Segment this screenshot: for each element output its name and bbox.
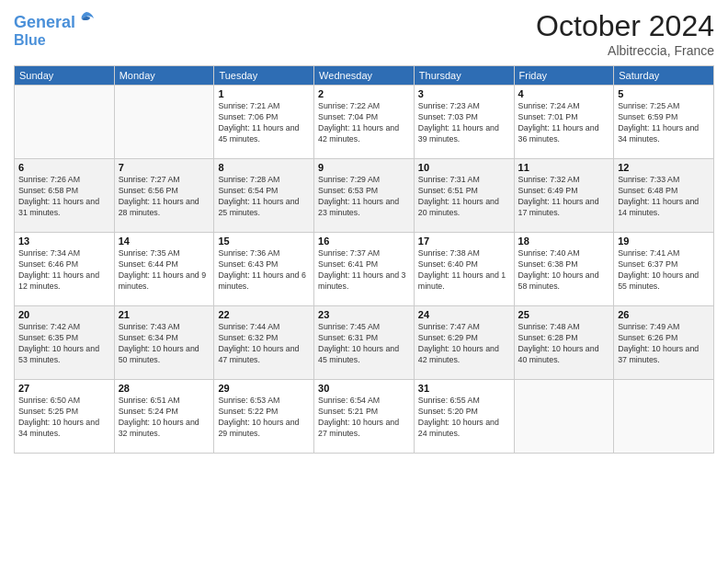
calendar-cell-w2-d1: 7Sunrise: 7:27 AMSunset: 6:56 PMDaylight… (114, 159, 214, 233)
day-number: 15 (218, 236, 310, 247)
week-row-3: 13Sunrise: 7:34 AMSunset: 6:46 PMDayligh… (15, 233, 714, 306)
day-number: 13 (18, 236, 110, 247)
day-info: Sunrise: 7:49 AMSunset: 6:26 PMDaylight:… (618, 322, 710, 366)
calendar-cell-w4-d0: 20Sunrise: 7:42 AMSunset: 6:35 PMDayligh… (15, 306, 115, 380)
calendar-cell-w4-d4: 24Sunrise: 7:47 AMSunset: 6:29 PMDayligh… (414, 306, 514, 380)
day-info: Sunrise: 7:26 AMSunset: 6:58 PMDaylight:… (18, 175, 110, 219)
day-info: Sunrise: 6:50 AMSunset: 5:25 PMDaylight:… (18, 396, 110, 440)
day-number: 17 (418, 236, 510, 247)
page: General Blue October 2024 Albitreccia, F… (0, 0, 728, 563)
calendar-cell-w2-d5: 11Sunrise: 7:32 AMSunset: 6:49 PMDayligh… (514, 159, 614, 233)
day-number: 3 (418, 88, 510, 99)
calendar-cell-w1-d0 (15, 86, 115, 159)
week-row-4: 20Sunrise: 7:42 AMSunset: 6:35 PMDayligh… (15, 306, 714, 380)
day-number: 21 (119, 309, 210, 320)
calendar-cell-w5-d5 (514, 380, 614, 454)
day-number: 4 (518, 88, 610, 99)
day-number: 31 (418, 383, 510, 394)
day-number: 12 (618, 162, 710, 173)
day-number: 1 (218, 88, 310, 99)
day-info: Sunrise: 7:21 AMSunset: 7:06 PMDaylight:… (218, 101, 310, 145)
day-info: Sunrise: 6:54 AMSunset: 5:21 PMDaylight:… (318, 396, 410, 440)
logo-bird-icon (77, 9, 96, 28)
day-info: Sunrise: 7:35 AMSunset: 6:44 PMDaylight:… (119, 248, 210, 293)
day-info: Sunrise: 7:36 AMSunset: 6:43 PMDaylight:… (218, 248, 310, 293)
day-info: Sunrise: 7:38 AMSunset: 6:40 PMDaylight:… (418, 248, 510, 293)
day-number: 25 (518, 309, 610, 320)
day-info: Sunrise: 7:43 AMSunset: 6:34 PMDaylight:… (119, 322, 210, 366)
weekday-header-monday: Monday (114, 66, 214, 86)
calendar-cell-w4-d6: 26Sunrise: 7:49 AMSunset: 6:26 PMDayligh… (614, 306, 714, 380)
weekday-header-sunday: Sunday (15, 66, 115, 86)
calendar-cell-w5-d4: 31Sunrise: 6:55 AMSunset: 5:20 PMDayligh… (414, 380, 514, 454)
day-number: 26 (618, 309, 710, 320)
day-number: 14 (119, 236, 210, 247)
day-info: Sunrise: 7:32 AMSunset: 6:49 PMDaylight:… (518, 175, 610, 219)
calendar-cell-w5-d6 (614, 380, 714, 454)
day-number: 5 (618, 88, 710, 99)
weekday-header-friday: Friday (514, 66, 614, 86)
week-row-1: 1Sunrise: 7:21 AMSunset: 7:06 PMDaylight… (15, 86, 714, 159)
day-number: 7 (119, 162, 210, 173)
calendar-cell-w4-d5: 25Sunrise: 7:48 AMSunset: 6:28 PMDayligh… (514, 306, 614, 380)
day-number: 29 (218, 383, 310, 394)
calendar-cell-w5-d0: 27Sunrise: 6:50 AMSunset: 5:25 PMDayligh… (15, 380, 115, 454)
logo: General Blue (14, 9, 96, 48)
day-info: Sunrise: 7:22 AMSunset: 7:04 PMDaylight:… (318, 101, 410, 145)
day-number: 27 (18, 383, 110, 394)
day-info: Sunrise: 6:51 AMSunset: 5:24 PMDaylight:… (119, 396, 210, 440)
day-number: 8 (218, 162, 310, 173)
calendar-cell-w4-d3: 23Sunrise: 7:45 AMSunset: 6:31 PMDayligh… (314, 306, 415, 380)
weekday-header-thursday: Thursday (414, 66, 514, 86)
day-info: Sunrise: 7:47 AMSunset: 6:29 PMDaylight:… (418, 322, 510, 366)
day-info: Sunrise: 7:48 AMSunset: 6:28 PMDaylight:… (518, 322, 610, 366)
calendar-cell-w4-d1: 21Sunrise: 7:43 AMSunset: 6:34 PMDayligh… (114, 306, 214, 380)
day-info: Sunrise: 7:27 AMSunset: 6:56 PMDaylight:… (119, 175, 210, 219)
day-info: Sunrise: 7:41 AMSunset: 6:37 PMDaylight:… (618, 248, 710, 293)
day-info: Sunrise: 6:55 AMSunset: 5:20 PMDaylight:… (418, 396, 510, 440)
title-block: October 2024 Albitreccia, France (536, 9, 714, 58)
calendar-cell-w5-d2: 29Sunrise: 6:53 AMSunset: 5:22 PMDayligh… (214, 380, 314, 454)
week-row-2: 6Sunrise: 7:26 AMSunset: 6:58 PMDaylight… (15, 159, 714, 233)
calendar-cell-w3-d5: 18Sunrise: 7:40 AMSunset: 6:38 PMDayligh… (514, 233, 614, 306)
weekday-header-tuesday: Tuesday (214, 66, 314, 86)
day-number: 6 (18, 162, 110, 173)
month-title: October 2024 (536, 9, 714, 43)
weekday-header-row: SundayMondayTuesdayWednesdayThursdayFrid… (15, 66, 714, 86)
day-number: 24 (418, 309, 510, 320)
day-info: Sunrise: 7:40 AMSunset: 6:38 PMDaylight:… (518, 248, 610, 293)
day-info: Sunrise: 6:53 AMSunset: 5:22 PMDaylight:… (218, 396, 310, 440)
day-info: Sunrise: 7:44 AMSunset: 6:32 PMDaylight:… (218, 322, 310, 366)
day-info: Sunrise: 7:42 AMSunset: 6:35 PMDaylight:… (18, 322, 110, 366)
day-number: 11 (518, 162, 610, 173)
calendar-cell-w2-d0: 6Sunrise: 7:26 AMSunset: 6:58 PMDaylight… (15, 159, 115, 233)
calendar-cell-w1-d6: 5Sunrise: 7:25 AMSunset: 6:59 PMDaylight… (614, 86, 714, 159)
calendar-cell-w3-d2: 15Sunrise: 7:36 AMSunset: 6:43 PMDayligh… (214, 233, 314, 306)
day-number: 28 (119, 383, 210, 394)
logo-blue-text: Blue (14, 32, 96, 49)
calendar-cell-w3-d0: 13Sunrise: 7:34 AMSunset: 6:46 PMDayligh… (15, 233, 115, 306)
logo-text: General (14, 9, 96, 32)
week-row-5: 27Sunrise: 6:50 AMSunset: 5:25 PMDayligh… (15, 380, 714, 454)
day-number: 22 (218, 309, 310, 320)
calendar-cell-w2-d6: 12Sunrise: 7:33 AMSunset: 6:48 PMDayligh… (614, 159, 714, 233)
calendar-cell-w1-d2: 1Sunrise: 7:21 AMSunset: 7:06 PMDaylight… (214, 86, 314, 159)
weekday-header-saturday: Saturday (614, 66, 714, 86)
day-number: 2 (318, 88, 410, 99)
day-info: Sunrise: 7:28 AMSunset: 6:54 PMDaylight:… (218, 175, 310, 219)
day-number: 10 (418, 162, 510, 173)
calendar-cell-w3-d3: 16Sunrise: 7:37 AMSunset: 6:41 PMDayligh… (314, 233, 415, 306)
calendar-cell-w1-d3: 2Sunrise: 7:22 AMSunset: 7:04 PMDaylight… (314, 86, 415, 159)
calendar-cell-w2-d2: 8Sunrise: 7:28 AMSunset: 6:54 PMDaylight… (214, 159, 314, 233)
calendar-cell-w3-d4: 17Sunrise: 7:38 AMSunset: 6:40 PMDayligh… (414, 233, 514, 306)
calendar-cell-w4-d2: 22Sunrise: 7:44 AMSunset: 6:32 PMDayligh… (214, 306, 314, 380)
day-info: Sunrise: 7:37 AMSunset: 6:41 PMDaylight:… (318, 248, 410, 293)
day-number: 18 (518, 236, 610, 247)
day-number: 9 (318, 162, 410, 173)
day-number: 16 (318, 236, 410, 247)
calendar-cell-w3-d6: 19Sunrise: 7:41 AMSunset: 6:37 PMDayligh… (614, 233, 714, 306)
calendar-cell-w3-d1: 14Sunrise: 7:35 AMSunset: 6:44 PMDayligh… (114, 233, 214, 306)
location: Albitreccia, France (536, 43, 714, 58)
calendar-cell-w1-d5: 4Sunrise: 7:24 AMSunset: 7:01 PMDaylight… (514, 86, 614, 159)
calendar-cell-w2-d3: 9Sunrise: 7:29 AMSunset: 6:53 PMDaylight… (314, 159, 415, 233)
